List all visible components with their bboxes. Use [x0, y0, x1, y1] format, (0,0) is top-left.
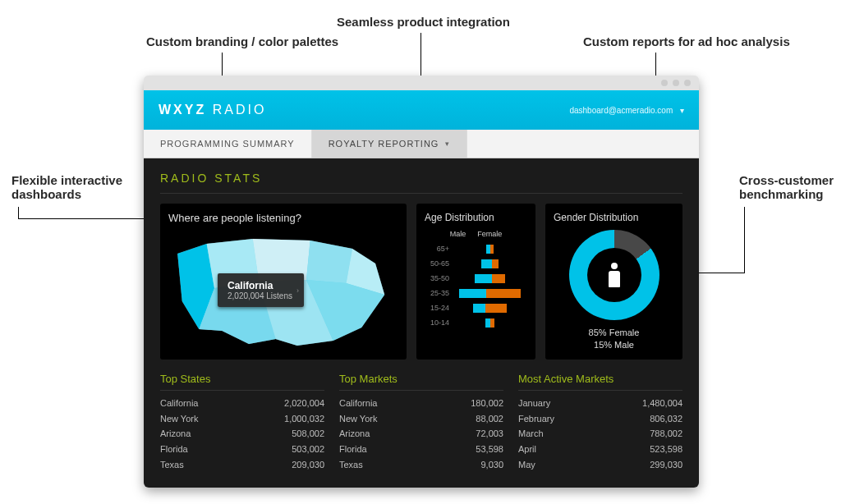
top-bar: WXYZ RADIO dashboard@acmeradio.com ▾ — [144, 90, 699, 130]
age-male-bar — [459, 289, 487, 298]
brand-light: RADIO — [213, 103, 267, 117]
tab-programming-summary[interactable]: PROGRAMMING SUMMARY — [144, 130, 312, 158]
list-title: Most Active Markets — [518, 373, 682, 391]
list-item[interactable]: California180,002 — [339, 396, 503, 411]
age-row: 65+ — [425, 241, 527, 256]
chevron-down-icon: ▾ — [445, 140, 450, 148]
list-item[interactable]: February806,032 — [518, 411, 682, 427]
age-title: Age Distribution — [425, 212, 527, 223]
list-item-value: 9,030 — [480, 457, 503, 473]
list-item-key: Arizona — [339, 426, 370, 442]
user-menu[interactable]: dashboard@acmeradio.com ▾ — [569, 106, 684, 115]
gender-female-pct: 85% Female — [589, 327, 640, 339]
list-item[interactable]: May299,030 — [518, 457, 682, 473]
tab-label: PROGRAMMING SUMMARY — [160, 139, 295, 149]
age-bracket-label: 10-14 — [425, 318, 453, 327]
age-header: Male Female — [425, 230, 527, 238]
age-pyramid[interactable]: 65+50-6535-5025-3515-2410-14 — [425, 241, 527, 330]
age-head-female: Female — [477, 230, 502, 238]
list-item[interactable]: California2,020,004 — [160, 396, 324, 411]
list-item[interactable]: January1,480,004 — [518, 396, 682, 411]
list-item-key: Texas — [339, 457, 363, 473]
list-item-key: Texas — [160, 457, 184, 473]
us-map[interactable]: California 2,020,004 Listens › — [168, 231, 398, 354]
age-row: 25-35 — [425, 286, 527, 300]
gender-labels: 85% Female 15% Male — [589, 327, 640, 352]
list-item-key: April — [518, 442, 536, 457]
list-item-value: 503,002 — [292, 442, 324, 457]
gender-distribution-card: Gender Distribution 85% Female 15% Male — [545, 204, 682, 360]
gender-donut-chart[interactable] — [569, 230, 659, 320]
map-tooltip-value: 2,020,004 Listens — [227, 291, 292, 300]
window-control-icon[interactable] — [661, 80, 668, 86]
list-item-value: 1,000,032 — [284, 411, 324, 427]
window-control-icon[interactable] — [673, 80, 679, 86]
brand-logo[interactable]: WXYZ RADIO — [159, 103, 266, 117]
map-title: Where are people listening? — [168, 212, 398, 224]
map-tooltip[interactable]: California 2,020,004 Listens › — [218, 273, 304, 307]
list-item[interactable]: Arizona508,002 — [160, 426, 324, 442]
age-female-bar — [486, 289, 521, 298]
annotation-branding: Custom branding / color palettes — [146, 34, 338, 48]
age-row: 50-65 — [425, 256, 527, 271]
age-male-bar — [485, 318, 491, 328]
age-row: 35-50 — [425, 271, 527, 286]
age-female-bar — [492, 274, 506, 283]
list-item[interactable]: Arizona72,003 — [339, 426, 503, 442]
list-item[interactable]: Florida53,598 — [339, 442, 503, 457]
age-bracket-label: 35-50 — [425, 274, 453, 282]
list-item-value: 72,003 — [476, 426, 503, 442]
age-head-male: Male — [450, 230, 466, 238]
window-control-icon[interactable] — [684, 80, 691, 86]
gender-title: Gender Distribution — [554, 212, 674, 223]
list-item-key: New York — [160, 411, 198, 427]
most-active-markets-list: Most Active Markets January1,480,004Febr… — [518, 373, 682, 472]
list-item-value: 508,002 — [292, 426, 324, 442]
content-area: RADIO STATS Where are people listening? — [144, 158, 699, 488]
list-item-key: January — [518, 396, 550, 411]
gender-male-pct: 15% Male — [589, 339, 640, 351]
list-item-key: February — [518, 411, 554, 427]
list-item-key: Florida — [339, 442, 367, 457]
list-title: Top States — [160, 373, 324, 391]
list-item[interactable]: Texas209,030 — [160, 457, 324, 473]
list-item-key: May — [518, 457, 535, 473]
list-item-value: 523,598 — [650, 442, 682, 457]
age-bracket-label: 25-35 — [425, 289, 453, 297]
list-item[interactable]: New York88,002 — [339, 411, 503, 427]
age-male-bar — [475, 274, 492, 283]
map-tooltip-state: California — [227, 280, 292, 291]
chevron-down-icon: ▾ — [680, 106, 684, 115]
app-window: WXYZ RADIO dashboard@acmeradio.com ▾ PRO… — [144, 76, 699, 488]
tab-royalty-reporting[interactable]: ROYALTY REPORTING ▾ — [312, 130, 468, 158]
list-item-key: March — [518, 426, 544, 442]
section-title: RADIO STATS — [160, 172, 682, 194]
age-male-bar — [481, 259, 492, 268]
age-male-bar — [473, 304, 485, 313]
list-title: Top Markets — [339, 373, 503, 391]
list-item[interactable]: March788,002 — [518, 426, 682, 442]
list-item-value: 180,002 — [471, 396, 503, 411]
brand-bold: WXYZ — [159, 103, 206, 117]
list-item[interactable]: April523,598 — [518, 442, 682, 457]
person-icon — [607, 263, 622, 287]
map-card: Where are people listening? — [160, 204, 407, 360]
age-row: 15-24 — [425, 300, 527, 315]
list-item-value: 2,020,004 — [284, 396, 324, 411]
age-bracket-label: 50-65 — [425, 259, 453, 268]
list-item-key: New York — [339, 411, 377, 427]
age-bracket-label: 15-24 — [425, 304, 453, 312]
age-female-bar — [492, 259, 499, 268]
list-item-key: California — [339, 396, 377, 411]
list-item[interactable]: New York1,000,032 — [160, 411, 324, 427]
annotation-benchmarking: Cross-customer benchmarking — [739, 173, 834, 201]
list-item-key: California — [160, 396, 198, 411]
window-titlebar — [144, 76, 699, 90]
top-markets-list: Top Markets California180,002New York88,… — [339, 373, 503, 472]
chevron-right-icon: › — [296, 286, 299, 295]
list-item-value: 788,002 — [650, 426, 682, 442]
list-item[interactable]: Texas9,030 — [339, 457, 503, 473]
list-item[interactable]: Florida503,002 — [160, 442, 324, 457]
annotation-dashboards: Flexible interactive dashboards — [11, 173, 122, 201]
list-item-value: 299,030 — [650, 457, 682, 473]
